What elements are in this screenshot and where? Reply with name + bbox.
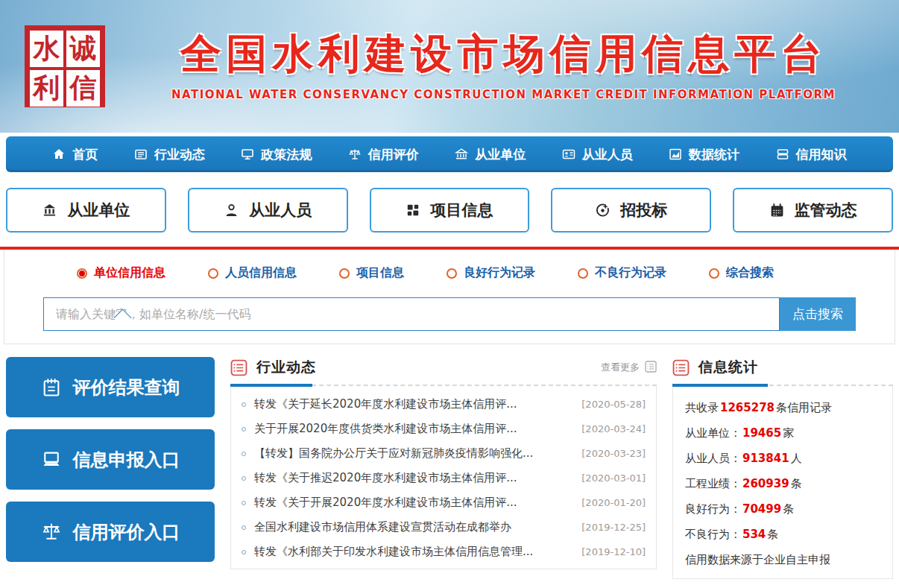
nav-item-home[interactable]: 首页 bbox=[52, 146, 98, 163]
news-item-title: 转发《关于推迟2020年度水利建设市场主体信用评... bbox=[254, 471, 581, 485]
bullet-icon bbox=[242, 427, 246, 431]
stat-value: 19465 bbox=[741, 426, 783, 440]
stat-practitioners: 从业人员：913841 人 bbox=[685, 446, 880, 471]
scales-icon bbox=[41, 522, 62, 543]
radio-selected-icon bbox=[77, 268, 87, 279]
nav-item-label: 行业动态 bbox=[154, 146, 205, 163]
chart-icon bbox=[669, 148, 682, 161]
news-item-date: [2019-12-25] bbox=[581, 522, 646, 533]
tab-project-info[interactable]: 项目信息 bbox=[339, 265, 404, 281]
bank-icon bbox=[455, 148, 468, 161]
feature-button-practitioners[interactable]: 从业人员 bbox=[188, 188, 348, 233]
sidebar-button-credit-evaluation[interactable]: 信用评价入口 bbox=[6, 502, 215, 562]
grid-icon bbox=[406, 203, 420, 218]
tab-label: 综合搜索 bbox=[726, 265, 774, 281]
stats-panel: 信息统计 共收录1265278 条信用记录 从业单位：19465 家 从业人员：… bbox=[672, 357, 893, 579]
nav-item-statistics[interactable]: 数据统计 bbox=[669, 146, 739, 163]
tab-unit-credit-info[interactable]: 单位信用信息 bbox=[77, 265, 165, 281]
news-icon bbox=[134, 148, 148, 161]
nav-item-policies[interactable]: 政策法规 bbox=[241, 146, 312, 163]
news-panel-header: 行业动态 查看更多 bbox=[230, 357, 657, 378]
stat-total-records: 共收录1265278 条信用记录 bbox=[685, 395, 880, 420]
news-item[interactable]: 转发《关于延长2020年度水利建设市场主体信用评... [2020-05-28] bbox=[242, 392, 646, 417]
stat-value: 913841 bbox=[741, 452, 791, 465]
nav-item-industry-news[interactable]: 行业动态 bbox=[134, 146, 205, 163]
tab-good-behavior[interactable]: 良好行为记录 bbox=[447, 265, 535, 281]
nav-item-label: 首页 bbox=[72, 146, 98, 163]
stat-label: 共收录 bbox=[685, 401, 719, 415]
scales-icon bbox=[348, 148, 362, 161]
news-item[interactable]: 全国水利建设市场信用体系建设宣贯活动在成都举办 [2019-12-25] bbox=[242, 515, 646, 540]
seal-char: 利 bbox=[30, 70, 63, 107]
stat-good-behavior: 良好行为：70499 条 bbox=[685, 496, 880, 522]
news-item-title: 【转发】国务院办公厅关于应对新冠肺炎疫情影响强化... bbox=[254, 446, 581, 461]
news-item-date: [2020-03-01] bbox=[581, 472, 646, 484]
feature-button-employers[interactable]: 从业单位 bbox=[6, 188, 166, 233]
target-icon bbox=[595, 203, 611, 218]
title-block: 全国水利建设市场信用信息平台 NATIONAL WATER CONSERVANC… bbox=[105, 27, 884, 101]
nav-item-credit-rating[interactable]: 信用评价 bbox=[348, 146, 419, 163]
more-list-icon bbox=[645, 361, 657, 375]
feature-button-projects[interactable]: 项目信息 bbox=[370, 188, 530, 233]
news-panel: 行业动态 查看更多 转发《关于延长2020年度水利建设市场主体信用评... [2… bbox=[230, 357, 657, 579]
news-item-title: 关于开展2020年度供货类水利建设市场主体信用评... bbox=[254, 422, 581, 436]
news-item-date: [2020-05-28] bbox=[581, 399, 646, 410]
bullet-icon bbox=[242, 476, 246, 481]
news-item-title: 转发《关于开展2020年度水利建设市场主体信用评... bbox=[254, 496, 581, 510]
stat-employers: 从业单位：19465 家 bbox=[685, 420, 880, 446]
idcard-icon bbox=[562, 148, 575, 161]
news-more-link[interactable]: 查看更多 bbox=[601, 361, 657, 375]
news-item[interactable]: 关于开展2020年度供货类水利建设市场主体信用评... [2020-03-24] bbox=[242, 417, 646, 441]
list-icon bbox=[230, 359, 247, 376]
header-banner: 水 诚 利 信 全国水利建设市场信用信息平台 NATIONAL WATER CO… bbox=[0, 0, 899, 133]
nav-item-label: 信用评价 bbox=[368, 146, 419, 163]
book-icon bbox=[776, 148, 789, 161]
seal-char: 诚 bbox=[66, 31, 100, 67]
stat-unit: 人 bbox=[791, 452, 802, 466]
bullet-icon bbox=[242, 452, 246, 456]
search-section: 单位信用信息 人员信用信息 项目信息 良好行为记录 不良行为记录 综合搜索 bbox=[4, 250, 895, 344]
sidebar-button-info-declaration[interactable]: 信息申报入口 bbox=[6, 429, 215, 490]
search-input[interactable] bbox=[43, 297, 780, 331]
stat-unit: 条 bbox=[791, 477, 802, 491]
news-item[interactable]: 转发《关于推迟2020年度水利建设市场主体信用评... [2020-03-01] bbox=[242, 466, 646, 490]
sidebar-button-evaluation-results[interactable]: 评价结果查询 bbox=[6, 357, 215, 417]
tab-label: 良好行为记录 bbox=[464, 265, 535, 281]
feature-button-label: 从业人员 bbox=[249, 200, 312, 221]
news-item[interactable]: 转发《水利部关于印发水利建设市场主体信用信息管理... [2019-12-10] bbox=[242, 540, 646, 564]
radio-icon bbox=[208, 268, 218, 279]
tab-label: 不良行为记录 bbox=[595, 265, 666, 281]
tab-label: 人员信用信息 bbox=[225, 265, 297, 281]
nav-item-label: 从业人员 bbox=[582, 146, 633, 163]
monitor-icon bbox=[241, 148, 254, 161]
notepad-icon bbox=[41, 377, 62, 398]
nav-item-credit-knowledge[interactable]: 信用知识 bbox=[776, 146, 847, 163]
feature-button-supervision[interactable]: 监管动态 bbox=[733, 188, 893, 233]
stats-list: 共收录1265278 条信用记录 从业单位：19465 家 从业人员：91384… bbox=[672, 386, 893, 579]
stats-panel-header: 信息统计 bbox=[672, 357, 893, 378]
feature-buttons: 从业单位 从业人员 项目信息 招投标 监管动态 bbox=[6, 188, 893, 233]
page: 水 诚 利 信 全国水利建设市场信用信息平台 NATIONAL WATER CO… bbox=[0, 0, 899, 588]
tab-bad-behavior[interactable]: 不良行为记录 bbox=[578, 265, 666, 281]
tab-comprehensive-search[interactable]: 综合搜索 bbox=[709, 265, 774, 281]
news-item[interactable]: 【转发】国务院办公厅关于应对新冠肺炎疫情影响强化... [2020-03-23] bbox=[242, 441, 646, 466]
news-item-title: 全国水利建设市场信用体系建设宣贯活动在成都举办 bbox=[254, 520, 581, 534]
seal-char: 信 bbox=[66, 70, 100, 107]
more-label: 查看更多 bbox=[601, 361, 640, 374]
tab-label: 单位信用信息 bbox=[94, 265, 165, 281]
stat-unit: 家 bbox=[783, 426, 794, 440]
news-item-date: [2020-01-20] bbox=[581, 497, 646, 508]
search-button[interactable]: 点击搜索 bbox=[780, 297, 856, 331]
nav-item-employers[interactable]: 从业单位 bbox=[455, 146, 526, 163]
feature-button-bidding[interactable]: 招投标 bbox=[551, 188, 711, 233]
nav-item-practitioners[interactable]: 从业人员 bbox=[562, 146, 633, 163]
news-item[interactable]: 转发《关于开展2020年度水利建设市场主体信用评... [2020-01-20] bbox=[242, 490, 646, 515]
bottom-section: 评价结果查询 信息申报入口 信用评价入口 行业动态 查看更多 bbox=[6, 357, 893, 579]
list-icon bbox=[672, 359, 690, 376]
news-list: 转发《关于延长2020年度水利建设市场主体信用评... [2020-05-28]… bbox=[230, 386, 657, 569]
news-item-date: [2019-12-10] bbox=[581, 546, 646, 557]
stat-unit: 条 bbox=[783, 502, 794, 516]
tab-personnel-credit-info[interactable]: 人员信用信息 bbox=[208, 265, 297, 281]
bullet-icon bbox=[242, 550, 246, 554]
sidebar: 评价结果查询 信息申报入口 信用评价入口 bbox=[6, 357, 215, 579]
